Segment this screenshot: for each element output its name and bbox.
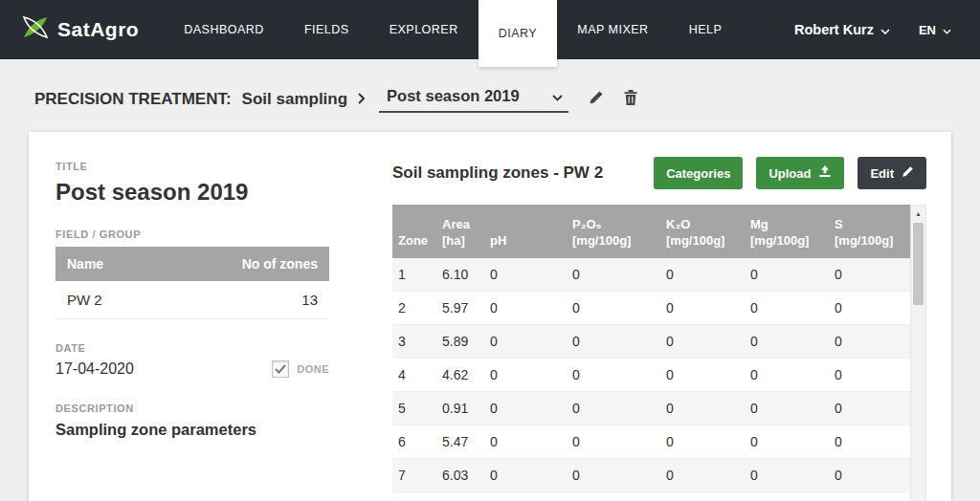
table-cell: 8 xyxy=(392,492,436,501)
pencil-icon xyxy=(902,165,914,181)
table-cell: 0 xyxy=(829,492,910,501)
brand-logo[interactable]: SatAgro xyxy=(21,0,139,59)
nav-item-fields[interactable]: FIELDS xyxy=(284,0,369,59)
table-cell: 0 xyxy=(829,325,910,359)
table-cell: 0 xyxy=(660,392,745,425)
treatment-select[interactable]: Post season 2019 xyxy=(379,86,568,113)
zones-panel: Soil sampling zones - PW 2 Categories Up… xyxy=(354,132,951,501)
title-label: TITLE xyxy=(56,161,329,172)
main-nav: DASHBOARD FIELDS EXPLORER DIARY MAP MIXE… xyxy=(164,0,742,59)
table-row: 35.8900000 xyxy=(392,325,910,359)
zones-table: ZoneArea[ha]pHP₂O₅[mg/100g]K₂O[mg/100g]M… xyxy=(392,205,910,501)
table-cell: 0 xyxy=(484,392,567,425)
navbar-right: Robert Kurz EN xyxy=(794,0,980,59)
treatment-card: TITLE Post season 2019 FIELD / GROUP Nam… xyxy=(29,132,951,501)
table-cell: 0 xyxy=(745,258,829,292)
nav-item-dashboard[interactable]: DASHBOARD xyxy=(164,0,284,59)
user-menu[interactable]: Robert Kurz xyxy=(794,22,890,37)
breadcrumb-prefix: PRECISION TREATMENT: xyxy=(34,90,232,109)
table-cell: 0 xyxy=(484,292,567,325)
table-cell: 0 xyxy=(567,392,660,425)
table-cell: 0 xyxy=(745,292,829,325)
zones-table-header-row: ZoneArea[ha]pHP₂O₅[mg/100g]K₂O[mg/100g]M… xyxy=(392,205,910,258)
table-cell: 0 xyxy=(484,325,567,359)
zones-table-area: ZoneArea[ha]pHP₂O₅[mg/100g]K₂O[mg/100g]M… xyxy=(392,205,926,501)
date-label: DATE xyxy=(56,342,329,354)
table-cell: 0 xyxy=(567,258,660,292)
treatment-title: Post season 2019 xyxy=(56,179,329,206)
table-cell: 0 xyxy=(660,359,745,392)
table-row: 65.4700000 xyxy=(392,425,910,459)
edit-button[interactable]: Edit xyxy=(858,157,926,189)
zones-actions: Categories Upload Edit xyxy=(654,157,926,189)
zones-panel-header: Soil sampling zones - PW 2 Categories Up… xyxy=(392,157,926,189)
table-cell: 5 xyxy=(392,392,436,425)
language-menu[interactable]: EN xyxy=(919,23,951,37)
breadcrumb: PRECISION TREATMENT: Soil sampling Post … xyxy=(34,86,980,113)
description-value: Sampling zone parameters xyxy=(56,421,329,439)
table-cell: 0 xyxy=(484,492,567,501)
nav-item-map-mixer[interactable]: MAP MIXER xyxy=(557,0,668,59)
table-cell: 0 xyxy=(745,359,829,392)
field-table-row: PW 2 13 xyxy=(56,281,329,319)
table-cell: 6 xyxy=(392,425,436,459)
table-cell: 0 xyxy=(829,425,910,459)
satagro-leaf-icon xyxy=(21,15,50,44)
upload-button[interactable]: Upload xyxy=(756,157,844,189)
field-table: Name No of zones PW 2 13 xyxy=(56,247,329,319)
nav-item-diary[interactable]: DIARY xyxy=(479,0,557,67)
table-cell: 0 xyxy=(484,258,567,292)
field-name-header: Name xyxy=(67,256,103,272)
column-header: S[mg/100g] xyxy=(829,205,910,258)
table-cell: 5.97 xyxy=(436,292,484,325)
upload-icon xyxy=(818,165,832,181)
table-scrollbar[interactable]: ▲ xyxy=(910,205,926,501)
table-cell: 6.03 xyxy=(436,459,484,492)
table-cell: 0 xyxy=(829,392,910,425)
table-cell: 1.42 xyxy=(436,492,484,501)
column-header: Area[ha] xyxy=(436,205,484,258)
table-cell: 0 xyxy=(484,459,567,492)
delete-treatment-button[interactable] xyxy=(624,90,637,109)
upload-button-label: Upload xyxy=(768,166,811,181)
pencil-icon xyxy=(589,90,604,109)
table-row: 50.9100000 xyxy=(392,392,910,425)
table-cell: 0 xyxy=(660,292,745,325)
nav-item-help[interactable]: HELP xyxy=(669,0,743,59)
scrollbar-thumb[interactable] xyxy=(913,223,924,305)
table-cell: 7 xyxy=(392,459,436,492)
table-cell: 0 xyxy=(660,425,745,459)
done-checkbox[interactable] xyxy=(272,360,289,378)
trash-icon xyxy=(624,90,637,109)
table-cell: 0 xyxy=(745,425,829,459)
navbar: SatAgro DASHBOARD FIELDS EXPLORER DIARY … xyxy=(0,0,980,59)
edit-treatment-button[interactable] xyxy=(589,90,604,109)
column-header: pH xyxy=(484,205,567,258)
chevron-right-icon xyxy=(358,91,365,108)
table-row: 16.1000000 xyxy=(392,258,910,292)
table-row: 76.0300000 xyxy=(392,459,910,492)
table-cell: 0 xyxy=(829,459,910,492)
categories-button[interactable]: Categories xyxy=(654,157,743,189)
table-cell: 0 xyxy=(567,459,660,492)
table-cell: 3 xyxy=(392,325,436,359)
nav-item-explorer[interactable]: EXPLORER xyxy=(369,0,479,59)
table-cell: 0 xyxy=(567,492,660,501)
table-cell: 0 xyxy=(484,425,567,459)
table-cell: 0 xyxy=(567,325,660,359)
table-cell: 0 xyxy=(660,459,745,492)
table-cell: 0.91 xyxy=(436,392,484,425)
categories-button-label: Categories xyxy=(666,166,730,181)
chevron-down-icon xyxy=(880,22,890,37)
date-value: 17-04-2020 xyxy=(56,360,134,378)
table-cell: 6.10 xyxy=(436,258,484,292)
done-control: DONE xyxy=(272,360,329,378)
table-cell: 5.47 xyxy=(436,425,484,459)
zones-count-header: No of zones xyxy=(242,256,318,272)
field-name: PW 2 xyxy=(67,292,102,308)
chevron-down-icon xyxy=(943,23,951,37)
brand-name: SatAgro xyxy=(57,18,139,41)
breadcrumb-section: Soil sampling xyxy=(242,90,348,109)
table-cell: 2 xyxy=(392,292,436,325)
scroll-up-arrow[interactable]: ▲ xyxy=(911,206,925,222)
